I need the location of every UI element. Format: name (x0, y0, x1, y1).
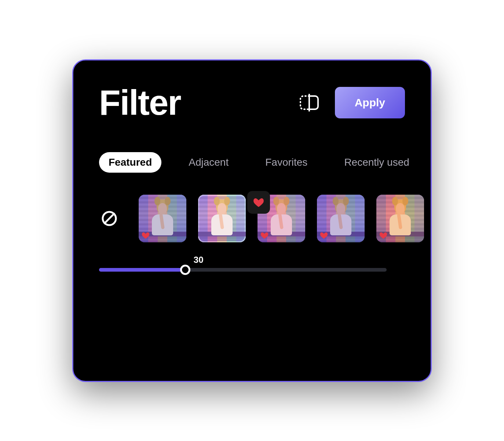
slider-handle[interactable] (180, 265, 190, 275)
filter-strip-wrap (99, 195, 431, 242)
panel-header: Filter Apply (99, 82, 431, 123)
filter-thumbnail[interactable] (376, 195, 424, 242)
tab-recently-used[interactable]: Recently used (335, 152, 419, 173)
heart-icon (379, 231, 387, 239)
slider-fill (99, 268, 185, 272)
filter-thumbnail[interactable] (139, 195, 186, 242)
no-filter-icon (101, 210, 117, 227)
panel-title: Filter (99, 82, 284, 123)
filter-thumbnail[interactable] (198, 195, 246, 242)
heart-icon (260, 231, 269, 239)
heart-icon (253, 197, 264, 207)
filter-thumbnail[interactable] (317, 195, 365, 242)
slider-value-label: 30 (194, 255, 204, 265)
filter-panel: Filter Apply Featured Adjacent Favorites… (72, 59, 432, 382)
intensity-slider[interactable]: 30 (99, 268, 431, 272)
no-filter-button[interactable] (99, 208, 120, 229)
favorite-badge[interactable] (247, 191, 270, 214)
slider-track[interactable] (99, 268, 387, 272)
tab-favorites[interactable]: Favorites (256, 152, 317, 173)
heart-icon (320, 231, 328, 239)
heart-icon (142, 231, 150, 239)
svg-line-2 (105, 214, 114, 223)
compare-icon[interactable] (298, 94, 320, 111)
apply-button[interactable]: Apply (335, 87, 405, 118)
tab-bar: Featured Adjacent Favorites Recently use… (99, 152, 431, 173)
tab-featured[interactable]: Featured (99, 152, 161, 173)
tab-adjacent[interactable]: Adjacent (179, 152, 238, 173)
